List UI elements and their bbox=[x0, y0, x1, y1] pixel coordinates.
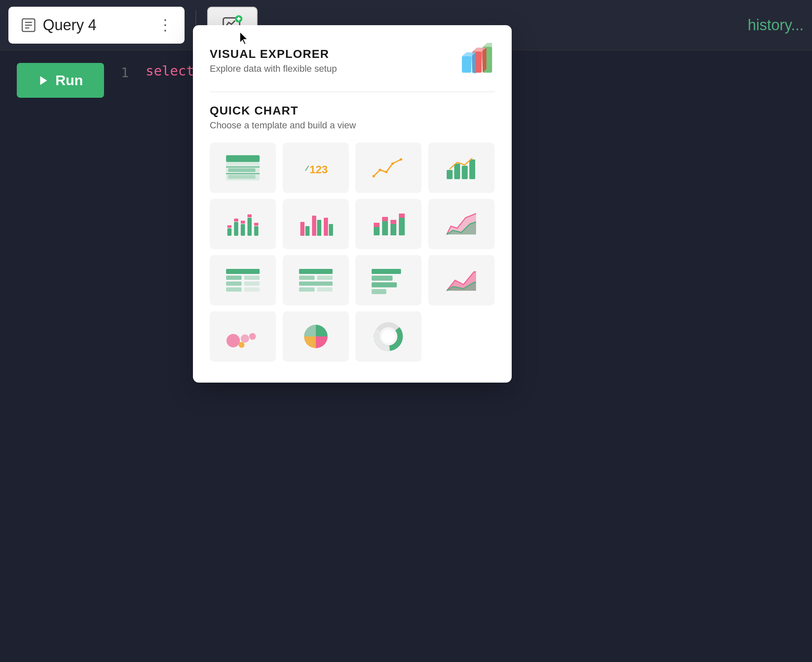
bubble-chart-icon bbox=[224, 322, 262, 351]
metric-icon: 123 bbox=[297, 153, 335, 182]
svg-rect-72 bbox=[317, 287, 333, 292]
svg-rect-9 bbox=[462, 56, 471, 73]
quick-chart-title: QUICK CHART bbox=[210, 104, 495, 117]
svg-rect-62 bbox=[244, 276, 260, 280]
svg-point-89 bbox=[383, 331, 394, 342]
svg-point-82 bbox=[239, 342, 245, 348]
pivot-table-2-icon bbox=[297, 266, 335, 295]
svg-rect-51 bbox=[374, 223, 380, 227]
chart-tile-area2[interactable] bbox=[428, 255, 494, 305]
svg-text:123: 123 bbox=[310, 163, 328, 176]
horizontal-bar-icon bbox=[370, 266, 407, 295]
svg-rect-40 bbox=[247, 218, 252, 236]
pivot-table-icon bbox=[224, 266, 262, 295]
bar-line-chart-icon bbox=[442, 153, 480, 182]
svg-rect-74 bbox=[372, 276, 393, 281]
svg-point-27 bbox=[385, 171, 388, 173]
svg-rect-71 bbox=[299, 287, 315, 292]
line-number: 1 bbox=[121, 65, 129, 81]
chart-tile-area[interactable] bbox=[428, 199, 494, 249]
chart-tile-bubble[interactable] bbox=[210, 311, 276, 362]
svg-rect-60 bbox=[226, 269, 260, 274]
run-button[interactable]: Run bbox=[17, 63, 104, 98]
svg-rect-64 bbox=[244, 281, 260, 286]
visual-explorer-icon bbox=[457, 42, 495, 80]
svg-marker-16 bbox=[482, 48, 487, 73]
grouped-bar-icon bbox=[297, 209, 335, 239]
svg-point-26 bbox=[379, 169, 381, 171]
svg-rect-53 bbox=[382, 217, 388, 221]
chart-tile-metric[interactable]: 123 bbox=[283, 143, 349, 193]
svg-rect-43 bbox=[254, 223, 258, 226]
chart-tile-pivot2[interactable] bbox=[283, 255, 349, 305]
svg-rect-36 bbox=[234, 222, 238, 236]
svg-rect-38 bbox=[241, 224, 245, 236]
svg-rect-55 bbox=[390, 220, 396, 224]
run-icon bbox=[38, 75, 49, 86]
svg-point-25 bbox=[372, 175, 375, 177]
svg-rect-48 bbox=[324, 218, 328, 236]
query-tab[interactable]: Query 4 ⋮ bbox=[8, 7, 185, 44]
history-button[interactable]: history... bbox=[748, 16, 804, 34]
chart-tile-table[interactable] bbox=[210, 143, 276, 193]
svg-point-29 bbox=[400, 158, 402, 161]
svg-rect-31 bbox=[454, 164, 460, 179]
svg-point-79 bbox=[226, 334, 240, 347]
chart-tile-grouped-bar[interactable] bbox=[283, 199, 349, 249]
svg-rect-42 bbox=[254, 226, 258, 236]
chart-tile-bar-line[interactable] bbox=[428, 143, 494, 193]
svg-rect-76 bbox=[372, 289, 386, 294]
area-chart-icon bbox=[442, 209, 480, 239]
visualization-dropdown: VISUAL EXPLORER Explore data with flexib… bbox=[193, 25, 512, 383]
svg-rect-69 bbox=[317, 276, 333, 280]
tab-menu-icon[interactable]: ⋮ bbox=[158, 16, 173, 34]
scatter-bar-icon bbox=[224, 209, 262, 239]
svg-marker-23 bbox=[305, 166, 309, 171]
chart-tile-donut[interactable] bbox=[355, 311, 422, 362]
donut-chart-icon bbox=[370, 322, 407, 351]
svg-rect-50 bbox=[374, 227, 380, 235]
svg-point-80 bbox=[241, 334, 249, 343]
chart-tile-pivot[interactable] bbox=[210, 255, 276, 305]
svg-rect-70 bbox=[299, 281, 333, 286]
table-icon bbox=[224, 153, 262, 182]
svg-rect-65 bbox=[226, 287, 242, 292]
chart-tile-line[interactable] bbox=[355, 143, 422, 193]
visual-explorer-title: VISUAL EXPLORER bbox=[210, 47, 337, 61]
svg-rect-63 bbox=[226, 281, 242, 286]
svg-rect-61 bbox=[226, 276, 242, 280]
svg-rect-34 bbox=[227, 228, 232, 236]
svg-rect-73 bbox=[372, 269, 401, 274]
svg-marker-8 bbox=[40, 76, 47, 85]
svg-rect-75 bbox=[372, 282, 397, 287]
svg-rect-52 bbox=[382, 221, 388, 235]
section-divider bbox=[210, 91, 495, 92]
svg-rect-35 bbox=[227, 225, 232, 228]
line-chart-icon bbox=[370, 153, 407, 182]
chart-tile-stacked-bar[interactable] bbox=[355, 199, 422, 249]
query-tab-icon bbox=[20, 17, 37, 34]
svg-rect-67 bbox=[299, 269, 333, 274]
svg-rect-37 bbox=[234, 219, 238, 222]
svg-point-28 bbox=[391, 162, 394, 165]
svg-rect-18 bbox=[226, 155, 260, 162]
chart-type-grid: 123 bbox=[210, 143, 495, 362]
svg-rect-57 bbox=[399, 214, 405, 218]
visual-explorer-subtitle: Explore data with flexible setup bbox=[210, 63, 337, 74]
area-chart-2-icon bbox=[442, 266, 480, 295]
quick-chart-section: QUICK CHART Choose a template and build … bbox=[210, 104, 495, 362]
svg-rect-54 bbox=[390, 224, 396, 235]
svg-rect-33 bbox=[469, 159, 475, 179]
svg-rect-44 bbox=[300, 222, 304, 236]
svg-rect-66 bbox=[244, 287, 260, 292]
chart-tile-pie[interactable] bbox=[283, 311, 349, 362]
svg-rect-45 bbox=[305, 226, 310, 236]
svg-rect-49 bbox=[329, 224, 333, 236]
svg-rect-46 bbox=[312, 216, 316, 236]
chart-tile-horizontal-bar[interactable] bbox=[355, 255, 422, 305]
svg-rect-56 bbox=[399, 218, 405, 235]
query-tab-title: Query 4 bbox=[43, 16, 96, 34]
visual-explorer-section: VISUAL EXPLORER Explore data with flexib… bbox=[210, 42, 495, 80]
svg-marker-14 bbox=[483, 43, 492, 47]
chart-tile-scatter-bar[interactable] bbox=[210, 199, 276, 249]
